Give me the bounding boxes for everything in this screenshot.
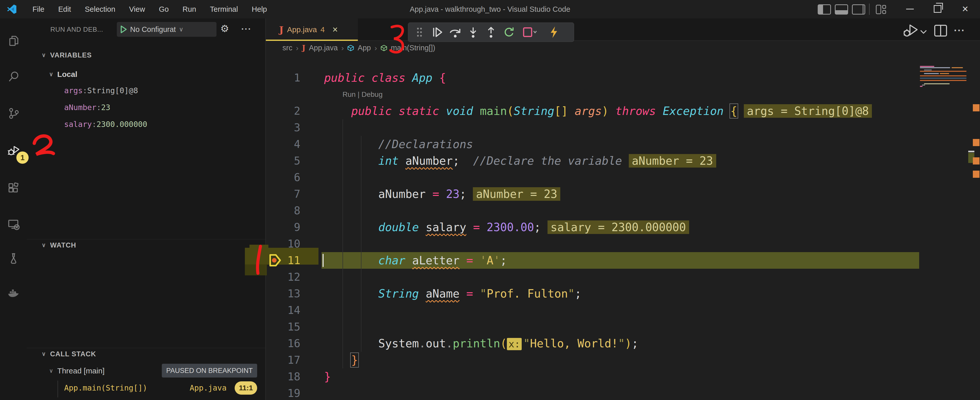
line-number-13[interactable]: 13 xyxy=(266,285,300,302)
debug-toolbar xyxy=(408,22,574,42)
line-number-16[interactable]: 16 xyxy=(266,335,300,352)
debug-config-dropdown[interactable]: No Configurat ∨ xyxy=(117,22,216,37)
code-line-7[interactable]: 7 aNumber = 23;aNumber = 23 xyxy=(266,186,980,202)
variable-row[interactable]: salary: 2300.000000 xyxy=(64,119,147,130)
line-number-19[interactable]: 19 xyxy=(266,385,300,400)
call-stack-frame[interactable]: App.main(String[]) xyxy=(64,381,147,395)
inline-debug-value: salary = 2300.000000 xyxy=(547,221,689,234)
chevron-down-icon: ∨ xyxy=(42,52,46,59)
line-number-9[interactable]: 9 xyxy=(266,219,300,235)
code-line-15[interactable]: 15 xyxy=(266,319,980,335)
minimap-line xyxy=(924,83,950,84)
inline-debug-value: aNumber = 23 xyxy=(629,154,716,168)
activity-remote-explorer-icon[interactable] xyxy=(7,218,20,231)
line-number-8[interactable]: 8 xyxy=(266,202,300,219)
minimap-line xyxy=(920,66,934,67)
step-into-button[interactable] xyxy=(465,24,481,40)
code-line-3[interactable]: 3 xyxy=(266,119,980,136)
hand-highlight xyxy=(250,245,268,248)
code-line-17[interactable]: 17 } xyxy=(266,352,980,368)
line-number-2[interactable]: 2 xyxy=(266,103,300,119)
code-line-2[interactable]: 2 public static void main(String[] args)… xyxy=(266,103,980,119)
activity-source-control-icon[interactable] xyxy=(7,107,20,120)
minimap-line xyxy=(924,73,939,74)
code-line-4[interactable]: 4 //Declarations xyxy=(266,136,980,152)
vscode-window: FileEditSelectionViewGoRunTerminalHelp A… xyxy=(0,0,980,400)
code-line-18[interactable]: 18} xyxy=(266,368,980,385)
minimap-line xyxy=(924,70,932,70)
line-number-4[interactable]: 4 xyxy=(266,136,300,152)
line-number-14[interactable]: 14 xyxy=(266,302,300,319)
call-stack-section-header[interactable]: ∨ CALL STACK xyxy=(42,348,96,360)
gear-icon[interactable]: ⚙ xyxy=(220,23,229,34)
inline-debug-value: aNumber = 23 xyxy=(473,187,560,201)
code-line-9[interactable]: 9 double salary = 2300.00;salary = 2300.… xyxy=(266,219,980,235)
step-over-button[interactable] xyxy=(447,24,463,40)
menu-edit[interactable]: Edit xyxy=(51,0,78,18)
restart-button[interactable] xyxy=(501,24,517,40)
stop-button[interactable] xyxy=(519,24,541,40)
variable-row[interactable]: aNumber: 23 xyxy=(64,102,110,113)
activity-testing-icon[interactable] xyxy=(7,252,20,265)
line-number-6[interactable]: 6 xyxy=(266,169,300,186)
line-number-17[interactable]: 17 xyxy=(266,352,300,368)
step-out-button[interactable] xyxy=(483,24,499,40)
menu-file[interactable]: File xyxy=(25,0,51,18)
menu-terminal[interactable]: Terminal xyxy=(203,0,245,18)
code-line-1[interactable]: 1public class App { xyxy=(266,70,980,86)
activity-extensions-icon[interactable] xyxy=(7,182,20,195)
code-line-12[interactable]: 12 xyxy=(266,269,980,285)
continue-button[interactable] xyxy=(429,24,445,40)
chevron-down-icon: ∨ xyxy=(49,71,53,78)
code-editor[interactable]: 1public class App {Run | Debug2 public s… xyxy=(266,0,980,400)
line-number-7[interactable]: 7 xyxy=(266,186,300,202)
code-line-6[interactable]: 6 xyxy=(266,169,980,186)
code-line-16[interactable]: 16 System.out.println(x:"Hello, World!")… xyxy=(266,335,980,352)
overview-ruler-mark xyxy=(973,157,980,165)
code-line-5[interactable]: 5 int aNumber; //Declare the variableaNu… xyxy=(266,152,980,169)
call-stack-thread[interactable]: ∨ Thread [main] xyxy=(49,365,105,376)
line-number-1[interactable]: 1 xyxy=(266,70,300,86)
line-number-3[interactable]: 3 xyxy=(266,119,300,136)
line-number-18[interactable]: 18 xyxy=(266,368,300,385)
more-actions-icon[interactable]: ··· xyxy=(241,24,251,34)
code-line-8[interactable]: 8 xyxy=(266,202,980,219)
code-line-19[interactable]: 19 xyxy=(266,385,980,400)
activity-explorer-icon[interactable] xyxy=(7,34,20,47)
minimap-line xyxy=(922,84,925,86)
active-tab-indicator xyxy=(266,40,358,41)
line-number-5[interactable]: 5 xyxy=(266,152,300,169)
toolbar-drag-grip[interactable] xyxy=(411,24,428,40)
minimap-line xyxy=(920,86,923,87)
overview-ruler-mark xyxy=(968,151,974,152)
vscode-logo-icon xyxy=(6,3,17,15)
overview-ruler-mark xyxy=(973,171,980,178)
hot-code-replace-button[interactable] xyxy=(546,24,562,40)
indent-guide xyxy=(342,119,343,368)
line-number-15[interactable]: 15 xyxy=(266,319,300,335)
variables-scope-local[interactable]: ∨ Local xyxy=(49,69,77,80)
menu-selection[interactable]: Selection xyxy=(78,0,122,18)
code-line-14[interactable]: 14 xyxy=(266,302,980,319)
codelens-run-debug[interactable]: Run | Debug xyxy=(342,86,383,103)
start-debug-icon[interactable] xyxy=(120,25,127,33)
code-line-10[interactable]: 10 xyxy=(266,235,980,252)
activity-docker-icon[interactable] xyxy=(7,286,20,299)
code-line-13[interactable]: 13 String aName = "Prof. Fulton"; xyxy=(266,285,980,302)
minimap-line xyxy=(920,75,966,76)
menu-view[interactable]: View xyxy=(122,0,152,18)
minimap-line xyxy=(951,67,963,68)
code-line-11[interactable]: 11 char aLetter = 'A'; xyxy=(266,252,980,269)
variable-row[interactable]: args: String[0]@8 xyxy=(64,85,138,96)
indent-guide xyxy=(361,136,361,352)
activity-search-icon[interactable] xyxy=(7,70,20,83)
menu-run[interactable]: Run xyxy=(176,0,203,18)
watch-section-header[interactable]: ∨ WATCH xyxy=(42,240,76,251)
minimap[interactable] xyxy=(920,64,969,105)
line-number-12[interactable]: 12 xyxy=(266,269,300,285)
paused-breakpoint-icon[interactable] xyxy=(268,253,282,267)
line-number-10[interactable]: 10 xyxy=(266,235,300,252)
variables-section-header[interactable]: ∨ VARIABLES xyxy=(42,49,92,61)
menu-go[interactable]: Go xyxy=(152,0,176,18)
hand-highlight xyxy=(245,264,267,275)
